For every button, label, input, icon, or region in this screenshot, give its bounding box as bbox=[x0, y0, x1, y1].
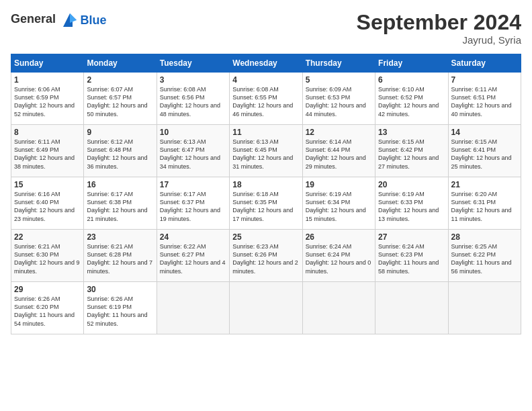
day-cell: 9Sunrise: 6:12 AMSunset: 6:48 PMDaylight… bbox=[84, 125, 157, 177]
day-cell: 24Sunrise: 6:22 AMSunset: 6:27 PMDayligh… bbox=[157, 230, 229, 282]
day-number: 6 bbox=[378, 75, 445, 85]
location: Jayrud, Syria bbox=[357, 34, 521, 46]
day-info: Sunrise: 6:19 AMSunset: 6:34 PMDaylight:… bbox=[306, 190, 372, 223]
day-info: Sunrise: 6:24 AMSunset: 6:23 PMDaylight:… bbox=[378, 242, 445, 275]
day-cell: 30Sunrise: 6:26 AMSunset: 6:19 PMDayligh… bbox=[84, 282, 157, 334]
day-cell: 20Sunrise: 6:19 AMSunset: 6:33 PMDayligh… bbox=[375, 177, 448, 230]
day-cell: 16Sunrise: 6:17 AMSunset: 6:38 PMDayligh… bbox=[84, 177, 157, 230]
title-block: September 2024 Jayrud, Syria bbox=[357, 11, 521, 46]
header-row: Sunday Monday Tuesday Wednesday Thursday… bbox=[11, 54, 521, 73]
day-info: Sunrise: 6:07 AMSunset: 6:57 PMDaylight:… bbox=[87, 85, 153, 118]
day-cell: 5Sunrise: 6:09 AMSunset: 6:53 PMDaylight… bbox=[302, 73, 375, 125]
day-info: Sunrise: 6:18 AMSunset: 6:35 PMDaylight:… bbox=[232, 190, 299, 223]
day-number: 26 bbox=[306, 232, 372, 242]
day-number: 9 bbox=[87, 128, 153, 137]
day-info: Sunrise: 6:08 AMSunset: 6:56 PMDaylight:… bbox=[160, 85, 226, 118]
logo-general: General bbox=[11, 11, 79, 30]
day-cell: 18Sunrise: 6:18 AMSunset: 6:35 PMDayligh… bbox=[230, 177, 302, 230]
day-info: Sunrise: 6:16 AMSunset: 6:40 PMDaylight:… bbox=[14, 190, 81, 223]
empty-cell bbox=[302, 282, 375, 334]
empty-cell bbox=[448, 282, 521, 334]
day-info: Sunrise: 6:23 AMSunset: 6:26 PMDaylight:… bbox=[232, 242, 299, 275]
day-number: 28 bbox=[451, 232, 518, 242]
svg-marker-1 bbox=[70, 13, 77, 23]
day-info: Sunrise: 6:11 AMSunset: 6:51 PMDaylight:… bbox=[451, 85, 518, 118]
day-number: 12 bbox=[306, 128, 372, 137]
day-cell: 3Sunrise: 6:08 AMSunset: 6:56 PMDaylight… bbox=[157, 73, 229, 125]
header: General Blue September 2024 Jayrud, Syri… bbox=[11, 11, 521, 46]
day-number: 8 bbox=[14, 128, 81, 137]
day-info: Sunrise: 6:25 AMSunset: 6:22 PMDaylight:… bbox=[451, 242, 518, 275]
day-cell: 23Sunrise: 6:21 AMSunset: 6:28 PMDayligh… bbox=[84, 230, 157, 282]
day-cell: 27Sunrise: 6:24 AMSunset: 6:23 PMDayligh… bbox=[375, 230, 448, 282]
col-saturday: Saturday bbox=[448, 54, 521, 73]
calendar-table: Sunday Monday Tuesday Wednesday Thursday… bbox=[11, 54, 521, 334]
day-cell: 28Sunrise: 6:25 AMSunset: 6:22 PMDayligh… bbox=[448, 230, 521, 282]
day-info: Sunrise: 6:08 AMSunset: 6:55 PMDaylight:… bbox=[232, 85, 299, 118]
day-info: Sunrise: 6:17 AMSunset: 6:38 PMDaylight:… bbox=[87, 190, 153, 223]
day-number: 17 bbox=[160, 180, 226, 189]
col-thursday: Thursday bbox=[302, 54, 375, 73]
day-number: 13 bbox=[378, 128, 445, 137]
week-row: 29Sunrise: 6:26 AMSunset: 6:20 PMDayligh… bbox=[11, 282, 521, 334]
day-info: Sunrise: 6:14 AMSunset: 6:44 PMDaylight:… bbox=[306, 138, 372, 171]
day-cell: 7Sunrise: 6:11 AMSunset: 6:51 PMDaylight… bbox=[448, 73, 521, 125]
day-number: 22 bbox=[14, 232, 81, 242]
day-number: 30 bbox=[87, 285, 153, 294]
logo: General Blue bbox=[11, 11, 107, 30]
week-row: 22Sunrise: 6:21 AMSunset: 6:30 PMDayligh… bbox=[11, 230, 521, 282]
day-number: 7 bbox=[451, 75, 518, 85]
col-wednesday: Wednesday bbox=[230, 54, 302, 73]
day-info: Sunrise: 6:20 AMSunset: 6:31 PMDaylight:… bbox=[451, 190, 518, 223]
week-row: 15Sunrise: 6:16 AMSunset: 6:40 PMDayligh… bbox=[11, 177, 521, 230]
day-info: Sunrise: 6:17 AMSunset: 6:37 PMDaylight:… bbox=[160, 190, 226, 223]
day-number: 21 bbox=[451, 180, 518, 189]
day-info: Sunrise: 6:24 AMSunset: 6:24 PMDaylight:… bbox=[306, 242, 372, 275]
day-cell: 14Sunrise: 6:15 AMSunset: 6:41 PMDayligh… bbox=[448, 125, 521, 177]
day-info: Sunrise: 6:26 AMSunset: 6:19 PMDaylight:… bbox=[87, 295, 153, 328]
day-info: Sunrise: 6:15 AMSunset: 6:41 PMDaylight:… bbox=[451, 138, 518, 171]
day-number: 4 bbox=[232, 75, 299, 85]
day-cell: 6Sunrise: 6:10 AMSunset: 6:52 PMDaylight… bbox=[375, 73, 448, 125]
day-info: Sunrise: 6:13 AMSunset: 6:47 PMDaylight:… bbox=[160, 138, 226, 171]
day-cell: 12Sunrise: 6:14 AMSunset: 6:44 PMDayligh… bbox=[302, 125, 375, 177]
day-cell: 25Sunrise: 6:23 AMSunset: 6:26 PMDayligh… bbox=[230, 230, 302, 282]
month-title: September 2024 bbox=[357, 11, 521, 34]
day-cell: 2Sunrise: 6:07 AMSunset: 6:57 PMDaylight… bbox=[84, 73, 157, 125]
day-info: Sunrise: 6:12 AMSunset: 6:48 PMDaylight:… bbox=[87, 138, 153, 171]
day-number: 29 bbox=[14, 285, 81, 294]
day-info: Sunrise: 6:10 AMSunset: 6:52 PMDaylight:… bbox=[378, 85, 445, 118]
day-cell: 4Sunrise: 6:08 AMSunset: 6:55 PMDaylight… bbox=[230, 73, 302, 125]
day-info: Sunrise: 6:13 AMSunset: 6:45 PMDaylight:… bbox=[232, 138, 299, 171]
day-number: 27 bbox=[378, 232, 445, 242]
day-number: 10 bbox=[160, 128, 226, 137]
day-number: 15 bbox=[14, 180, 81, 189]
day-cell: 10Sunrise: 6:13 AMSunset: 6:47 PMDayligh… bbox=[157, 125, 229, 177]
day-info: Sunrise: 6:22 AMSunset: 6:27 PMDaylight:… bbox=[160, 242, 226, 275]
week-row: 8Sunrise: 6:11 AMSunset: 6:49 PMDaylight… bbox=[11, 125, 521, 177]
day-number: 16 bbox=[87, 180, 153, 189]
main-container: General Blue September 2024 Jayrud, Syri… bbox=[0, 0, 532, 341]
day-number: 18 bbox=[232, 180, 299, 189]
day-number: 20 bbox=[378, 180, 445, 189]
day-number: 11 bbox=[232, 128, 299, 137]
day-info: Sunrise: 6:26 AMSunset: 6:20 PMDaylight:… bbox=[14, 295, 81, 328]
day-cell: 1Sunrise: 6:06 AMSunset: 6:59 PMDaylight… bbox=[11, 73, 84, 125]
day-cell: 17Sunrise: 6:17 AMSunset: 6:37 PMDayligh… bbox=[157, 177, 229, 230]
day-cell: 11Sunrise: 6:13 AMSunset: 6:45 PMDayligh… bbox=[230, 125, 302, 177]
day-cell: 19Sunrise: 6:19 AMSunset: 6:34 PMDayligh… bbox=[302, 177, 375, 230]
day-info: Sunrise: 6:19 AMSunset: 6:33 PMDaylight:… bbox=[378, 190, 445, 223]
day-number: 24 bbox=[160, 232, 226, 242]
day-number: 1 bbox=[14, 75, 81, 85]
week-row: 1Sunrise: 6:06 AMSunset: 6:59 PMDaylight… bbox=[11, 73, 521, 125]
day-number: 2 bbox=[87, 75, 153, 85]
day-info: Sunrise: 6:11 AMSunset: 6:49 PMDaylight:… bbox=[14, 138, 81, 171]
day-number: 19 bbox=[306, 180, 372, 189]
day-cell: 21Sunrise: 6:20 AMSunset: 6:31 PMDayligh… bbox=[448, 177, 521, 230]
logo-text-general: General bbox=[11, 12, 56, 26]
logo-text-blue: Blue bbox=[81, 13, 107, 28]
day-cell: 8Sunrise: 6:11 AMSunset: 6:49 PMDaylight… bbox=[11, 125, 84, 177]
day-info: Sunrise: 6:21 AMSunset: 6:28 PMDaylight:… bbox=[87, 242, 153, 275]
col-sunday: Sunday bbox=[11, 54, 84, 73]
empty-cell bbox=[230, 282, 302, 334]
